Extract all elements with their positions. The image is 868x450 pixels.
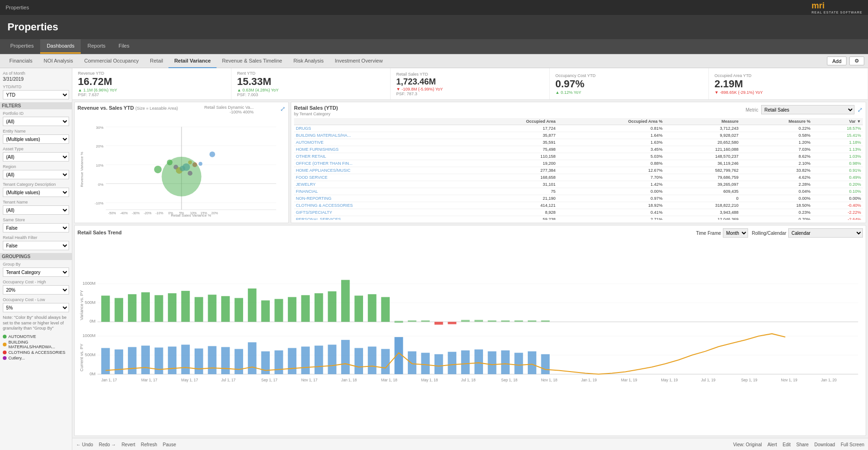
table-row: FOOD SERVICE 168,658 7.70% 79,686,759 4.…	[294, 174, 863, 181]
legend-label-building: BUILDING MATERIALS/HARDWA...	[8, 340, 69, 349]
subnav-retail-variance[interactable]: Retail Variance	[168, 54, 216, 68]
kpi-rent-label: Rent YTD	[237, 71, 385, 76]
as-of-month-label: As of Month	[3, 71, 69, 76]
table-row: JEWELRY 31,101 1.42% 39,265,097 2.28% 0.…	[294, 181, 863, 188]
entity-name-select[interactable]: (Multiple values)	[3, 134, 69, 144]
cell-measure: 148,570,237	[665, 153, 741, 160]
cell-var: 0.98%	[812, 160, 863, 167]
cell-measure-pct: 2.28%	[741, 181, 812, 188]
subnav-noi[interactable]: NOI Analysis	[38, 54, 79, 68]
svg-text:Jul 1, 18: Jul 1, 18	[461, 378, 476, 382]
cell-occ-pct: 3.45%	[557, 146, 664, 153]
nav-tab-files[interactable]: Files	[112, 39, 136, 54]
occ-cost-high-select[interactable]: 20%	[3, 285, 69, 295]
cell-occ-area: 277,384	[464, 167, 558, 174]
tenant-category-select[interactable]: (Multiple values)	[3, 188, 69, 197]
table-export-icon[interactable]: ⤢	[857, 106, 863, 113]
asset-type-select[interactable]: (All)	[3, 152, 69, 162]
svg-text:Jan 1, 19: Jan 1, 19	[581, 378, 597, 382]
kpi-occ-area-change: ▼ -898.65K (-29.1%) YoY	[714, 90, 862, 95]
same-store-select[interactable]: False	[3, 223, 69, 232]
download-button[interactable]: Download	[814, 442, 835, 447]
svg-rect-115	[514, 353, 523, 374]
svg-text:Jan 1, 17: Jan 1, 17	[101, 378, 117, 382]
undo-button[interactable]: ← Undo	[76, 442, 93, 447]
content-area: Revenue YTD 16.72M ▲ 1.1M (6.96%) YoY PS…	[72, 68, 868, 450]
svg-rect-68	[434, 322, 443, 324]
portfolio-id-select[interactable]: (All)	[3, 117, 69, 126]
cell-measure-pct: 33.82%	[741, 167, 812, 174]
rolling-calendar-select[interactable]: Calendar	[788, 228, 863, 238]
nav-tab-reports[interactable]: Reports	[81, 39, 112, 54]
pause-button[interactable]: Pause	[163, 442, 176, 447]
svg-rect-112	[475, 350, 483, 374]
cell-var: -2.64%	[812, 216, 863, 220]
cell-measure: 121,160,088	[665, 146, 741, 153]
ytd-mtd-select[interactable]: YTD	[3, 90, 69, 99]
alert-button[interactable]: Alert	[767, 442, 777, 447]
full-screen-button[interactable]: Full Screen	[840, 442, 864, 447]
svg-rect-58	[301, 295, 309, 322]
svg-rect-87	[141, 345, 150, 374]
kpi-revenue-change: ▲ 1.1M (6.96%) YoY	[78, 88, 225, 92]
nav-tab-dashboards[interactable]: Dashboards	[40, 39, 81, 54]
view-original-button[interactable]: View: Original	[733, 442, 762, 447]
kpi-revenue: Revenue YTD 16.72M ▲ 1.1M (6.96%) YoY PS…	[72, 68, 231, 99]
col-occ-pct: Occupied Area %	[557, 118, 664, 125]
metric-select[interactable]: Retail Sales	[761, 105, 854, 114]
cell-var: 1.18%	[812, 139, 863, 146]
cell-name: HOME FURNISHINGS	[294, 146, 464, 153]
svg-rect-47	[154, 295, 163, 322]
subnav-investment[interactable]: Investment Overview	[329, 54, 388, 68]
retail-health-select[interactable]: False	[3, 241, 69, 250]
table-title: Retail Sales (YTD)	[294, 105, 338, 111]
table-row: BUILDING MATERIALS/HA... 35,877 1.64% 9,…	[294, 132, 863, 139]
cell-name: FINANCIAL	[294, 188, 464, 195]
occ-cost-low-select[interactable]: 5%	[3, 303, 69, 312]
nav-tab-properties[interactable]: Properties	[4, 39, 40, 54]
table-row: HOME APPLIANCES/MUSIC 277,384 12.67% 582…	[294, 167, 863, 174]
group-by-select[interactable]: Tenant Category	[3, 267, 69, 277]
svg-rect-61	[341, 280, 350, 322]
cell-occ-area: 35,877	[464, 132, 558, 139]
svg-rect-88	[154, 347, 163, 374]
subnav-financials[interactable]: Financials	[4, 54, 38, 68]
table-panel: Retail Sales (YTD) by Tenant Category Me…	[291, 102, 866, 223]
cell-name: DRUGS	[294, 125, 464, 132]
as-of-month-value: 3/31/2019	[3, 77, 69, 82]
subnav-revenue-sales[interactable]: Revenue & Sales Timeline	[217, 54, 288, 68]
kpi-occ-cost: Occupancy Cost YTD 0.97% ▲ 0.12% YoY	[550, 68, 709, 99]
scatter-subtitle: (Size = Leasable Area)	[135, 106, 178, 111]
redo-button[interactable]: Redo →	[99, 442, 116, 447]
cell-var: 1.03%	[812, 153, 863, 160]
share-button[interactable]: Share	[796, 442, 809, 447]
cell-measure: 0	[665, 195, 741, 202]
subnav-commercial[interactable]: Commercial Occupancy	[79, 54, 145, 68]
tenant-name-select[interactable]: (All)	[3, 205, 69, 215]
scatter-export-icon[interactable]: ⤢	[280, 105, 286, 112]
cell-occ-pct: 2.71%	[557, 216, 664, 220]
portfolio-id-section: Portfolio ID (All)	[3, 111, 69, 126]
time-frame-select[interactable]: Month	[723, 228, 748, 238]
svg-rect-50	[195, 297, 203, 322]
col-measure-pct: Measure %	[741, 118, 812, 125]
svg-text:Jan 1, 18: Jan 1, 18	[341, 378, 357, 382]
refresh-button[interactable]: Refresh	[141, 442, 157, 447]
region-select[interactable]: (All)	[3, 170, 69, 179]
sidebar: As of Month 3/31/2019 YTD/MTD YTD FILTER…	[0, 68, 72, 450]
edit-button[interactable]: Edit	[783, 442, 791, 447]
table-scroll-container[interactable]: Occupied Area Occupied Area % Measure Me…	[294, 118, 863, 220]
revert-button[interactable]: Revert	[121, 442, 135, 447]
add-button[interactable]: Add	[827, 56, 847, 65]
subnav-retail[interactable]: Retail	[144, 54, 168, 68]
top-charts: Revenue vs. Sales YTD (Size = Leasable A…	[74, 102, 866, 223]
svg-text:Variance vs. PY: Variance vs. PY	[79, 290, 84, 320]
cell-name: OFFICE (OTHER THAN FIN...	[294, 160, 464, 167]
occ-cost-high-section: Occupancy Cost - High 20%	[3, 280, 69, 295]
svg-rect-57	[288, 297, 296, 322]
settings-button[interactable]: ⚙	[849, 56, 864, 65]
cell-occ-area: 59,238	[464, 216, 558, 220]
svg-rect-71	[475, 320, 483, 322]
svg-text:Sep 1, 17: Sep 1, 17	[261, 378, 278, 382]
subnav-risk[interactable]: Risk Analysis	[288, 54, 329, 68]
